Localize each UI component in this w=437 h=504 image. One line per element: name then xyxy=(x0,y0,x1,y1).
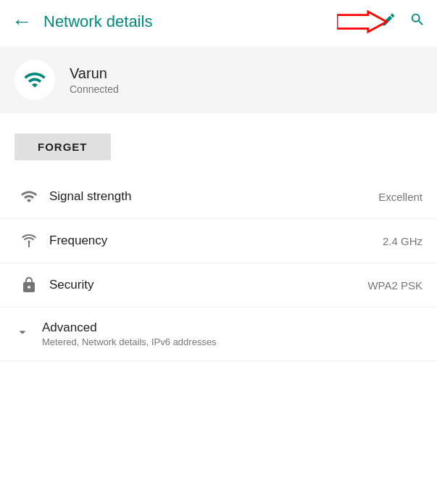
page-title: Network details xyxy=(43,12,380,31)
security-value: WPA2 PSK xyxy=(367,279,423,292)
network-name: Varun xyxy=(70,65,119,82)
security-content: Security xyxy=(43,278,367,292)
frequency-row: Frequency 2.4 GHz xyxy=(0,219,437,263)
frequency-value: 2.4 GHz xyxy=(383,235,423,247)
detail-rows: Signal strength Excellent Frequency 2.4 … xyxy=(0,175,437,361)
signal-strength-row: Signal strength Excellent xyxy=(0,175,437,219)
header-actions xyxy=(380,12,425,32)
security-row: Security WPA2 PSK xyxy=(0,263,437,307)
advanced-sublabel: Metered, Network details, IPv6 addresses xyxy=(42,336,423,347)
advanced-content: Advanced Metered, Network details, IPv6 … xyxy=(36,321,423,347)
back-button[interactable]: ← xyxy=(12,10,32,33)
advanced-label: Advanced xyxy=(42,321,423,335)
network-status: Connected xyxy=(70,83,119,95)
network-card: Varun Connected xyxy=(0,46,437,113)
svg-point-2 xyxy=(28,241,30,243)
signal-strength-content: Signal strength xyxy=(43,189,378,204)
signal-strength-value: Excellent xyxy=(378,191,423,203)
lock-icon xyxy=(14,276,43,294)
forget-section: FORGET xyxy=(0,113,437,175)
frequency-icon xyxy=(14,232,43,249)
signal-strength-icon xyxy=(14,188,43,205)
search-icon[interactable] xyxy=(409,12,425,32)
frequency-label: Frequency xyxy=(49,234,383,248)
advanced-row[interactable]: Advanced Metered, Network details, IPv6 … xyxy=(0,307,437,361)
signal-strength-label: Signal strength xyxy=(49,189,378,204)
security-label: Security xyxy=(49,278,367,292)
annotation-arrow xyxy=(337,9,388,35)
wifi-large-icon xyxy=(23,68,46,91)
chevron-down-icon xyxy=(14,324,30,344)
header: ← Network details xyxy=(0,0,437,44)
network-info: Varun Connected xyxy=(70,65,119,95)
forget-button[interactable]: FORGET xyxy=(14,133,111,160)
wifi-avatar xyxy=(14,59,55,100)
svg-marker-0 xyxy=(337,12,386,32)
frequency-content: Frequency xyxy=(43,234,383,248)
